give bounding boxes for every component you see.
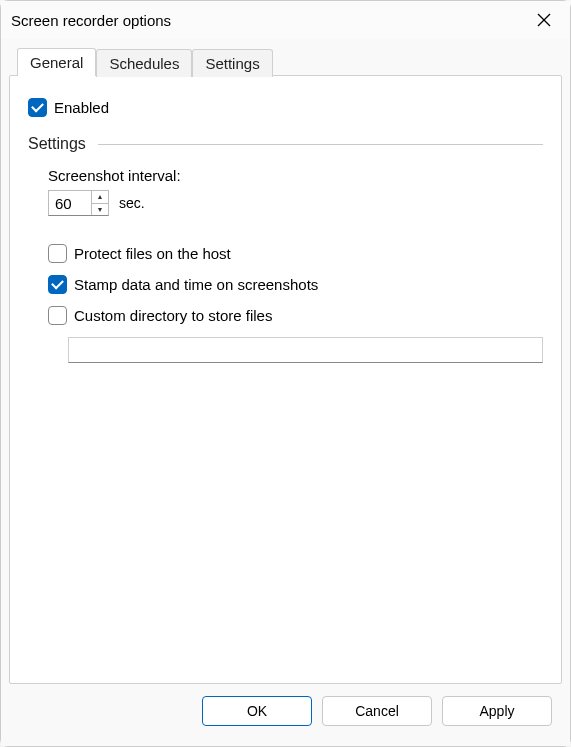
titlebar: Screen recorder options	[1, 1, 570, 39]
enabled-checkbox[interactable]	[28, 98, 47, 117]
content-area: General Schedules Settings Enabled Setti…	[1, 39, 570, 746]
protect-label: Protect files on the host	[74, 245, 231, 262]
customdir-row: Custom directory to store files	[48, 306, 543, 325]
spinner-up[interactable]: ▲	[92, 191, 108, 204]
interval-spinner: ▲ ▼	[48, 190, 109, 216]
customdir-checkbox[interactable]	[48, 306, 67, 325]
apply-button[interactable]: Apply	[442, 696, 552, 726]
tab-row: General Schedules Settings	[9, 47, 562, 75]
button-label: Apply	[479, 703, 514, 719]
tab-area: General Schedules Settings Enabled Setti…	[9, 47, 562, 684]
ok-button[interactable]: OK	[202, 696, 312, 726]
interval-row: ▲ ▼ sec.	[48, 190, 543, 216]
close-icon	[536, 12, 552, 28]
cancel-button[interactable]: Cancel	[322, 696, 432, 726]
tab-label: Settings	[205, 55, 259, 72]
interval-label: Screenshot interval:	[48, 167, 543, 184]
button-label: Cancel	[355, 703, 399, 719]
customdir-label: Custom directory to store files	[74, 307, 272, 324]
settings-group: Screenshot interval: ▲ ▼ sec.	[28, 167, 543, 363]
dialog-window: Screen recorder options General Schedule…	[0, 0, 571, 747]
footer: OK Cancel Apply	[9, 684, 562, 738]
interval-unit: sec.	[119, 195, 145, 211]
spinner-arrows: ▲ ▼	[91, 191, 108, 215]
enabled-row: Enabled	[28, 98, 543, 117]
tab-schedules[interactable]: Schedules	[96, 49, 192, 77]
stamp-row: Stamp data and time on screenshots	[48, 275, 543, 294]
divider	[98, 144, 543, 145]
customdir-input[interactable]	[68, 337, 543, 363]
spinner-down[interactable]: ▼	[92, 204, 108, 216]
button-label: OK	[247, 703, 267, 719]
close-button[interactable]	[528, 6, 560, 34]
protect-row: Protect files on the host	[48, 244, 543, 263]
settings-header-label: Settings	[28, 135, 86, 153]
tab-general[interactable]: General	[17, 48, 96, 76]
window-title: Screen recorder options	[11, 12, 171, 29]
tab-label: Schedules	[109, 55, 179, 72]
stamp-checkbox[interactable]	[48, 275, 67, 294]
settings-checkbox-group: Protect files on the host Stamp data and…	[48, 244, 543, 325]
interval-input[interactable]	[49, 191, 91, 215]
enabled-label: Enabled	[54, 99, 109, 116]
settings-section-header: Settings	[28, 135, 543, 153]
tab-label: General	[30, 54, 83, 71]
protect-checkbox[interactable]	[48, 244, 67, 263]
tab-body: Enabled Settings Screenshot interval: ▲ …	[9, 75, 562, 684]
stamp-label: Stamp data and time on screenshots	[74, 276, 318, 293]
tab-settings[interactable]: Settings	[192, 49, 272, 77]
